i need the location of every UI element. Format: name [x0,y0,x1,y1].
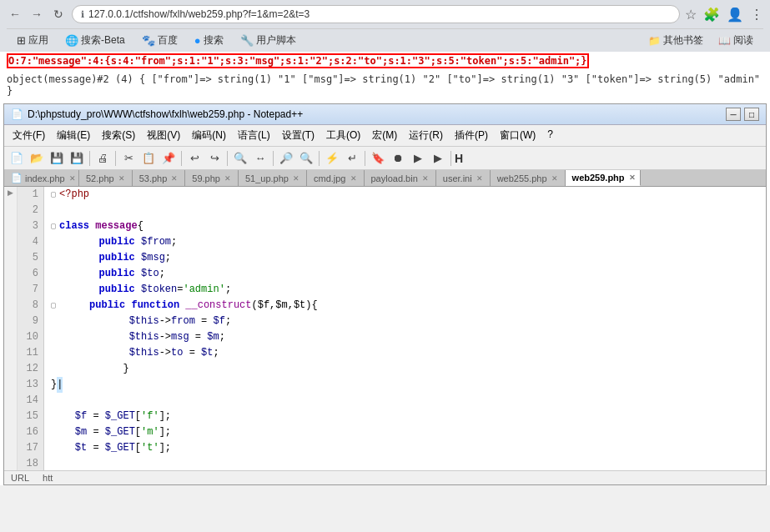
tb-zoomout[interactable]: 🔍 [297,149,315,168]
fold-marker-3[interactable]: ▢ [51,218,56,234]
tab-close-icon[interactable]: ✕ [551,174,558,183]
apps-icon: ⊞ [17,34,26,47]
other-bookmarks[interactable]: 📁 其他书签 [645,32,707,49]
menu-plugins[interactable]: 插件(P) [450,127,493,144]
code-line-13: }| [51,377,759,393]
tab-close-icon[interactable]: ✕ [224,174,231,183]
tb-zoomin[interactable]: 🔎 [277,149,295,168]
tab-payload-bin[interactable]: payload.bin ✕ [365,170,436,186]
menu-view[interactable]: 视图(V) [142,127,185,144]
address-bar[interactable]: ℹ 127.0.0.1/ctfshow/fxlh/web259.php?f=1&… [72,5,680,23]
bookmark-search[interactable]: ● 搜索 [191,32,227,49]
refresh-button[interactable]: ↻ [50,6,67,23]
bookmark-search-beta-label: 搜索-Beta [81,33,125,48]
menu-search[interactable]: 搜索(S) [97,127,140,144]
tab-59-php[interactable]: 59.php ✕ [185,170,239,186]
tab-close-icon[interactable]: ✕ [293,174,299,183]
tb-new[interactable]: 📄 [8,149,26,168]
tab-close-icon[interactable]: ✕ [476,174,483,183]
code-line-12: } [51,361,759,377]
tab-close-icon[interactable]: ✕ [69,174,76,183]
bookmark-baidu[interactable]: 🐾 百度 [138,32,181,49]
profile-button[interactable]: 👤 [727,7,743,23]
tab-close-icon[interactable]: ✕ [171,174,178,183]
tab-51up-php[interactable]: 51_up.php ✕ [239,170,307,186]
notepad-window: 📄 D:\phpstudy_pro\WWW\ctfshow\fxlh\web25… [3,103,767,485]
tab-user-ini[interactable]: user.ini ✕ [436,170,491,186]
menu-macro[interactable]: 宏(M) [367,127,402,144]
fold-marker-8[interactable]: ▢ [51,298,56,314]
tab-icon: 📄 [11,173,23,183]
tab-close-icon[interactable]: ✕ [422,174,429,183]
left-panel: ▶ [4,187,18,470]
tb-paste[interactable]: 📌 [159,149,178,168]
code-line-7: public $token='admin'; [51,282,759,298]
editor-container: ▶ 1 2 3 4 5 6 7 8 9 10 11 [4,187,766,470]
code-editor[interactable]: ▢<?php ▢class message{ public $from; [44,187,766,470]
tb-print[interactable]: 🖨 [93,149,112,168]
menu-help[interactable]: ? [542,127,558,144]
menu-tools[interactable]: 工具(O) [321,127,365,144]
menu-encoding[interactable]: 编码(N) [187,127,231,144]
menu-window[interactable]: 窗口(W) [495,127,541,144]
bookmark-userscript-label: 用户脚本 [256,33,296,48]
userscript-icon: 🔧 [240,34,254,47]
code-line-15: $f = $_GET['f']; [51,409,759,424]
bookmarks-bar: ⊞ 应用 🌐 搜索-Beta 🐾 百度 ● 搜索 🔧 用户脚本 📁 [7,28,763,52]
menu-file[interactable]: 文件(F) [8,127,50,144]
menu-settings[interactable]: 设置(T) [277,127,320,144]
reading-icon: 📖 [718,35,731,47]
notepad-title-text: D:\phpstudy_pro\WWW\ctfshow\fxlh\web259.… [28,108,303,120]
code-line-10: $this->msg = $m; [51,329,759,345]
tb-replace[interactable]: ↔ [251,149,269,168]
tab-close-icon[interactable]: ✕ [629,173,636,182]
tab-label: 51_up.php [245,173,289,183]
vardump-output: object(message)#2 (4) { ["from"]=> strin… [0,70,770,100]
star-button[interactable]: ☆ [685,7,697,23]
tb-undo[interactable]: ↩ [185,149,204,168]
tab-index-php[interactable]: 📄 index.php ✕ [4,170,79,186]
tb-find[interactable]: 🔍 [231,149,249,168]
tb-sep4 [227,151,228,166]
reading-button[interactable]: 📖 阅读 [715,32,757,49]
bookmark-userscript[interactable]: 🔧 用户脚本 [237,32,299,49]
tab-close-icon[interactable]: ✕ [118,174,125,183]
menu-button[interactable]: ⋮ [750,7,763,23]
menu-run[interactable]: 运行(R) [404,127,448,144]
tb-macro[interactable]: ⏺ [389,149,407,168]
forward-button[interactable]: → [28,6,45,23]
bookmark-search-beta[interactable]: 🌐 搜索-Beta [62,32,128,49]
tab-web255-php[interactable]: web255.php ✕ [491,170,566,186]
bookmark-apps[interactable]: ⊞ 应用 [13,32,52,49]
tb-bookmark[interactable]: 🔖 [369,149,387,168]
fold-marker-1[interactable]: ▢ [51,187,56,203]
tb-sync[interactable]: ⚡ [323,149,341,168]
tb-copy[interactable]: 📋 [139,149,158,168]
tab-label: cmd.jpg [314,173,346,183]
tb-wrap[interactable]: ↵ [343,149,361,168]
back-button[interactable]: ← [7,6,23,23]
tb-redo[interactable]: ↪ [205,149,224,168]
editor-area[interactable]: 1 2 3 4 5 6 7 8 9 10 11 12 13 14 [18,187,766,470]
tb-saveall[interactable]: 💾 [68,149,86,168]
tb-save[interactable]: 💾 [48,149,66,168]
browser-actions: ☆ 🧩 👤 ⋮ [685,7,763,23]
tab-53-php[interactable]: 53.php ✕ [133,170,186,186]
status-htt: htt [43,473,53,483]
panel-arrow[interactable]: ▶ [8,188,13,197]
tb-macro-play[interactable]: ▶ [409,149,427,168]
tab-web259-php[interactable]: web259.php ✕ [566,170,641,186]
search-beta-icon: 🌐 [65,34,78,47]
tab-52-php[interactable]: 52.php ✕ [79,170,133,186]
minimize-button[interactable]: ─ [726,108,741,121]
menu-language[interactable]: 语言(L) [233,127,275,144]
menu-edit[interactable]: 编辑(E) [52,127,95,144]
tab-cmd-jpg[interactable]: cmd.jpg ✕ [307,170,365,186]
tab-close-icon[interactable]: ✕ [350,174,357,183]
code-line-5: public $msg; [51,250,759,266]
extension-button[interactable]: 🧩 [703,7,720,23]
tb-open[interactable]: 📂 [28,149,46,168]
maximize-button[interactable]: □ [744,108,759,121]
tb-run[interactable]: ▶ [429,149,447,168]
tb-cut[interactable]: ✂ [119,149,138,168]
